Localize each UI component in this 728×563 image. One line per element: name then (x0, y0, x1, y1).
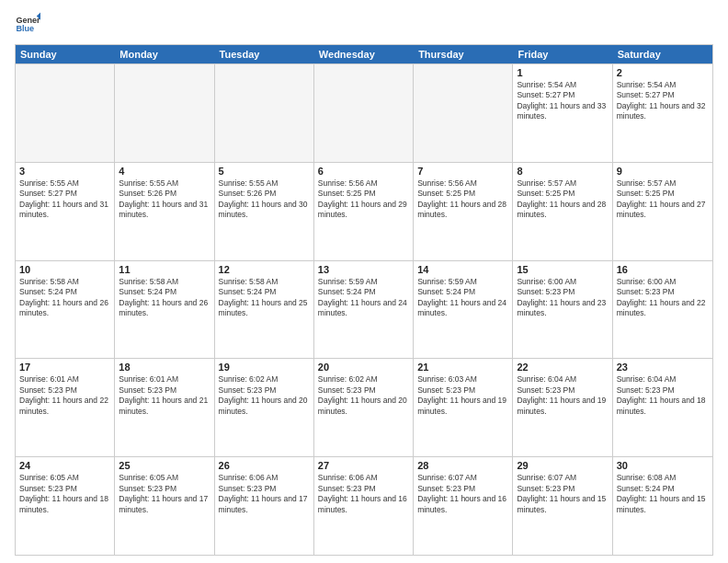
day-detail: Sunrise: 6:00 AMSunset: 5:23 PMDaylight:… (517, 277, 608, 319)
empty-cell (314, 64, 414, 162)
day-detail: Sunrise: 6:00 AMSunset: 5:23 PMDaylight:… (617, 277, 709, 319)
empty-cell (16, 64, 115, 162)
day-detail: Sunrise: 5:54 AMSunset: 5:27 PMDaylight:… (617, 80, 709, 122)
day-cell-18: 18Sunrise: 6:01 AMSunset: 5:23 PMDayligh… (115, 359, 214, 456)
day-number: 17 (19, 362, 110, 373)
day-detail: Sunrise: 5:55 AMSunset: 5:26 PMDaylight:… (219, 178, 310, 221)
day-number: 9 (617, 166, 709, 177)
day-detail: Sunrise: 6:07 AMSunset: 5:23 PMDaylight:… (517, 473, 608, 515)
day-number: 14 (417, 264, 508, 275)
day-number: 8 (517, 166, 608, 177)
day-number: 16 (617, 264, 709, 275)
day-detail: Sunrise: 5:55 AMSunset: 5:26 PMDaylight:… (119, 178, 210, 221)
day-detail: Sunrise: 6:03 AMSunset: 5:23 PMDaylight:… (417, 374, 508, 417)
week-row-5: 24Sunrise: 6:05 AMSunset: 5:23 PMDayligh… (16, 456, 712, 555)
day-detail: Sunrise: 6:01 AMSunset: 5:23 PMDaylight:… (19, 374, 110, 417)
week-row-3: 10Sunrise: 5:58 AMSunset: 5:24 PMDayligh… (16, 260, 712, 359)
week-row-4: 17Sunrise: 6:01 AMSunset: 5:23 PMDayligh… (16, 358, 712, 456)
header-day-friday: Friday (513, 45, 612, 63)
day-detail: Sunrise: 6:04 AMSunset: 5:23 PMDaylight:… (617, 374, 709, 417)
header: General Blue (15, 11, 713, 37)
calendar-header: SundayMondayTuesdayWednesdayThursdayFrid… (16, 45, 712, 63)
day-number: 3 (19, 166, 110, 177)
day-detail: Sunrise: 6:02 AMSunset: 5:23 PMDaylight:… (318, 374, 409, 417)
day-cell-11: 11Sunrise: 5:58 AMSunset: 5:24 PMDayligh… (115, 261, 214, 359)
day-detail: Sunrise: 6:05 AMSunset: 5:23 PMDaylight:… (119, 473, 210, 515)
day-cell-12: 12Sunrise: 5:58 AMSunset: 5:24 PMDayligh… (215, 261, 314, 359)
empty-cell (215, 64, 314, 162)
day-cell-20: 20Sunrise: 6:02 AMSunset: 5:23 PMDayligh… (314, 359, 414, 456)
day-number: 20 (318, 362, 409, 373)
day-number: 10 (19, 264, 110, 275)
day-detail: Sunrise: 5:58 AMSunset: 5:24 PMDaylight:… (19, 277, 110, 319)
header-day-thursday: Thursday (414, 45, 513, 63)
calendar-body: 1Sunrise: 5:54 AMSunset: 5:27 PMDaylight… (16, 63, 712, 555)
day-cell-2: 2Sunrise: 5:54 AMSunset: 5:27 PMDaylight… (613, 64, 712, 162)
day-detail: Sunrise: 5:59 AMSunset: 5:24 PMDaylight:… (417, 277, 508, 319)
day-cell-22: 22Sunrise: 6:04 AMSunset: 5:23 PMDayligh… (513, 359, 612, 456)
day-detail: Sunrise: 5:54 AMSunset: 5:27 PMDaylight:… (517, 80, 608, 122)
day-cell-9: 9Sunrise: 5:57 AMSunset: 5:25 PMDaylight… (613, 163, 712, 260)
empty-cell (115, 64, 214, 162)
day-cell-16: 16Sunrise: 6:00 AMSunset: 5:23 PMDayligh… (613, 261, 712, 359)
day-number: 11 (119, 264, 210, 275)
day-cell-6: 6Sunrise: 5:56 AMSunset: 5:25 PMDaylight… (314, 163, 414, 260)
day-cell-1: 1Sunrise: 5:54 AMSunset: 5:27 PMDaylight… (513, 64, 612, 162)
header-day-tuesday: Tuesday (215, 45, 314, 63)
header-day-sunday: Sunday (16, 45, 115, 63)
day-number: 13 (318, 264, 409, 275)
svg-text:Blue: Blue (16, 24, 34, 33)
day-detail: Sunrise: 5:59 AMSunset: 5:24 PMDaylight:… (318, 277, 409, 319)
day-number: 2 (617, 67, 709, 78)
day-number: 4 (119, 166, 210, 177)
day-detail: Sunrise: 6:02 AMSunset: 5:23 PMDaylight:… (219, 374, 310, 417)
day-cell-19: 19Sunrise: 6:02 AMSunset: 5:23 PMDayligh… (215, 359, 314, 456)
day-number: 24 (19, 460, 110, 471)
day-cell-28: 28Sunrise: 6:07 AMSunset: 5:23 PMDayligh… (414, 457, 513, 555)
day-cell-8: 8Sunrise: 5:57 AMSunset: 5:25 PMDaylight… (513, 163, 612, 260)
header-day-wednesday: Wednesday (314, 45, 414, 63)
calendar: SundayMondayTuesdayWednesdayThursdayFrid… (15, 44, 713, 556)
day-number: 30 (617, 460, 709, 471)
day-number: 29 (517, 460, 608, 471)
day-detail: Sunrise: 5:58 AMSunset: 5:24 PMDaylight:… (119, 277, 210, 319)
day-number: 27 (318, 460, 409, 471)
day-detail: Sunrise: 6:06 AMSunset: 5:23 PMDaylight:… (318, 473, 409, 515)
header-day-saturday: Saturday (613, 45, 712, 63)
day-detail: Sunrise: 5:57 AMSunset: 5:25 PMDaylight:… (517, 178, 608, 221)
day-cell-27: 27Sunrise: 6:06 AMSunset: 5:23 PMDayligh… (314, 457, 414, 555)
day-cell-10: 10Sunrise: 5:58 AMSunset: 5:24 PMDayligh… (16, 261, 115, 359)
day-cell-14: 14Sunrise: 5:59 AMSunset: 5:24 PMDayligh… (414, 261, 513, 359)
day-number: 26 (219, 460, 310, 471)
day-cell-26: 26Sunrise: 6:06 AMSunset: 5:23 PMDayligh… (215, 457, 314, 555)
day-cell-24: 24Sunrise: 6:05 AMSunset: 5:23 PMDayligh… (16, 457, 115, 555)
day-cell-15: 15Sunrise: 6:00 AMSunset: 5:23 PMDayligh… (513, 261, 612, 359)
day-number: 12 (219, 264, 310, 275)
logo-icon: General Blue (15, 11, 40, 37)
day-number: 21 (417, 362, 508, 373)
empty-cell (414, 64, 513, 162)
day-detail: Sunrise: 5:57 AMSunset: 5:25 PMDaylight:… (617, 178, 709, 221)
day-detail: Sunrise: 6:08 AMSunset: 5:24 PMDaylight:… (617, 473, 709, 515)
day-detail: Sunrise: 6:07 AMSunset: 5:23 PMDaylight:… (417, 473, 508, 515)
day-number: 6 (318, 166, 409, 177)
day-detail: Sunrise: 5:56 AMSunset: 5:25 PMDaylight:… (417, 178, 508, 221)
day-detail: Sunrise: 6:04 AMSunset: 5:23 PMDaylight:… (517, 374, 608, 417)
week-row-2: 3Sunrise: 5:55 AMSunset: 5:27 PMDaylight… (16, 162, 712, 260)
logo: General Blue (15, 11, 40, 37)
page: General Blue SundayMondayTuesdayWednesda… (0, 0, 728, 563)
day-detail: Sunrise: 6:01 AMSunset: 5:23 PMDaylight:… (119, 374, 210, 417)
day-cell-29: 29Sunrise: 6:07 AMSunset: 5:23 PMDayligh… (513, 457, 612, 555)
day-number: 5 (219, 166, 310, 177)
day-cell-3: 3Sunrise: 5:55 AMSunset: 5:27 PMDaylight… (16, 163, 115, 260)
day-number: 28 (417, 460, 508, 471)
day-cell-5: 5Sunrise: 5:55 AMSunset: 5:26 PMDaylight… (215, 163, 314, 260)
day-number: 25 (119, 460, 210, 471)
day-cell-4: 4Sunrise: 5:55 AMSunset: 5:26 PMDaylight… (115, 163, 214, 260)
day-cell-21: 21Sunrise: 6:03 AMSunset: 5:23 PMDayligh… (414, 359, 513, 456)
day-number: 23 (617, 362, 709, 373)
day-cell-23: 23Sunrise: 6:04 AMSunset: 5:23 PMDayligh… (613, 359, 712, 456)
day-cell-13: 13Sunrise: 5:59 AMSunset: 5:24 PMDayligh… (314, 261, 414, 359)
day-number: 7 (417, 166, 508, 177)
day-detail: Sunrise: 6:05 AMSunset: 5:23 PMDaylight:… (19, 473, 110, 515)
